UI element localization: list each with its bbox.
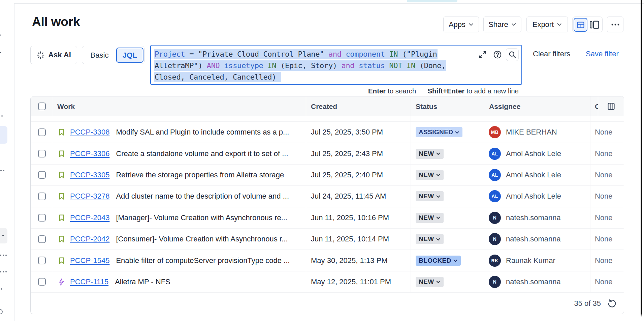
last-column-cell: None [590, 207, 624, 228]
assignee-name: MIKE BERHAN [506, 128, 557, 137]
chevron-right-icon[interactable] [0, 50, 2, 55]
sidebar-item-fragment [0, 271, 1, 272]
status-badge[interactable]: NEW [416, 149, 444, 159]
epic-icon [58, 278, 66, 286]
avatar: N [489, 212, 501, 224]
status-badge[interactable]: BLOCKED [416, 256, 461, 266]
jql-query-input[interactable]: Project = "Private Cloud Control Plane" … [150, 45, 522, 85]
top-divider [0, 3, 644, 4]
table-header-row: Work Created Status Assignee C [31, 96, 624, 116]
last-column-cell: None [590, 186, 624, 207]
created-cell: May 12, 2025, 11:01 PM [306, 271, 411, 292]
work-item-key-link[interactable]: PCCP-3278 [70, 192, 109, 201]
last-column-cell: None [590, 271, 624, 292]
created-cell: Jul 25, 2025, 2:43 PM [306, 143, 411, 164]
more-actions-button[interactable] [607, 17, 623, 32]
sidebar-item-fragment [0, 309, 3, 314]
avatar: AL [489, 169, 501, 181]
help-circle-icon [493, 50, 502, 59]
page-title: All work [32, 15, 80, 29]
sidebar-item-fragment [1, 288, 2, 290]
share-button[interactable]: Share [483, 17, 521, 32]
search-hint: Enter to searchShift+Enter to add a new … [0, 87, 519, 95]
status-badge[interactable]: ASSIGNED [416, 127, 462, 137]
created-cell: Jul 25, 2025, 2:40 PM [306, 165, 411, 185]
column-header-created[interactable]: Created [306, 96, 411, 116]
work-item-key-link[interactable]: PCCP-2042 [70, 235, 109, 243]
search-button[interactable] [506, 48, 519, 61]
configure-columns-button[interactable] [598, 96, 624, 116]
work-item-key-link[interactable]: PCCP-3305 [70, 171, 109, 179]
last-column-cell: None [590, 122, 624, 143]
syntax-help-button[interactable] [491, 48, 504, 61]
ask-ai-button-label: Ask AI [48, 51, 71, 59]
clear-filters-button[interactable]: Clear filters [533, 50, 570, 58]
status-badge[interactable]: NEW [416, 277, 444, 287]
chevron-down-icon [455, 130, 459, 135]
expand-editor-button[interactable] [476, 48, 489, 61]
table-row: PCCP-3305Retrieve the storage properties… [31, 165, 624, 186]
assignee-name: natesh.somanna [506, 235, 561, 243]
row-checkbox[interactable] [38, 193, 46, 200]
row-checkbox[interactable] [38, 128, 46, 136]
column-header-assignee[interactable]: Assignee [484, 96, 590, 116]
chevron-down-icon [436, 151, 441, 156]
work-item-title: [Consumer]- Volume Creation with Asynchr… [116, 235, 288, 243]
jql-mode-button[interactable]: JQL [116, 48, 143, 63]
refresh-icon [607, 299, 616, 308]
last-column-cell: None [590, 229, 624, 250]
table-view-icon [576, 21, 585, 29]
view-mode-toggle [572, 17, 603, 32]
avatar: N [489, 233, 501, 245]
row-checkbox[interactable] [38, 214, 46, 222]
save-filter-button[interactable]: Save filter [586, 50, 619, 58]
status-badge[interactable]: NEW [416, 234, 444, 244]
work-item-title: Add cluster name to the description of v… [116, 192, 289, 201]
row-checkbox[interactable] [38, 171, 46, 179]
work-item-key-link[interactable]: PCCP-1545 [70, 256, 109, 265]
table-row: PCCP-3306Create a standalone volume and … [31, 143, 624, 164]
chevron-right-icon[interactable] [0, 32, 2, 38]
work-item-key-link[interactable]: PCCP-3308 [70, 128, 109, 137]
story-icon [58, 128, 66, 136]
assignee-name: Amol Ashok Lele [506, 171, 561, 179]
ai-sparkle-icon [36, 51, 45, 59]
chevron-down-icon [436, 280, 441, 284]
row-checkbox[interactable] [38, 278, 46, 286]
sidebar-item-hover[interactable] [0, 228, 7, 243]
basic-mode-button[interactable]: Basic [82, 46, 117, 64]
row-checkbox[interactable] [38, 235, 46, 243]
status-badge[interactable]: NEW [416, 213, 444, 223]
apps-button[interactable]: Apps [443, 17, 479, 32]
status-badge[interactable]: NEW [416, 191, 444, 201]
column-header-status[interactable]: Status [411, 96, 484, 116]
table-row: PCCP-2042[Consumer]- Volume Creation wit… [31, 229, 624, 250]
table-body: PCCP-3308Modify SAL and Plugin to includ… [31, 122, 624, 293]
ask-ai-button[interactable]: Ask AI [30, 46, 77, 64]
column-header-work[interactable]: Work [52, 96, 306, 116]
detail-view-button[interactable] [589, 20, 600, 30]
row-checkbox[interactable] [38, 150, 46, 157]
work-item-key-link[interactable]: PCCP-2043 [70, 213, 109, 222]
story-icon [58, 257, 66, 265]
work-item-key-link[interactable]: PCCP-1115 [70, 278, 108, 286]
apps-button-label: Apps [449, 20, 465, 29]
last-column-cell: None [590, 165, 624, 185]
table-view-button[interactable] [574, 18, 587, 32]
status-badge[interactable]: NEW [416, 170, 444, 180]
sidebar-item-fragment [3, 255, 4, 256]
row-checkbox[interactable] [38, 257, 46, 264]
refresh-button[interactable] [607, 299, 616, 308]
last-column-cell: None [590, 250, 624, 271]
detail-view-icon [589, 20, 600, 30]
columns-icon [607, 102, 616, 111]
sidebar-selected-item[interactable] [0, 126, 7, 144]
shift-enter-key-hint: Shift+Enter [427, 87, 464, 95]
select-all-checkbox[interactable] [38, 103, 46, 110]
export-button[interactable]: Export [526, 17, 568, 32]
result-count: 35 of 35 [574, 299, 601, 308]
search-icon [508, 51, 516, 59]
collapsed-sidebar [0, 3, 14, 321]
top-edge-reflection [407, 0, 457, 2]
work-item-key-link[interactable]: PCCP-3306 [70, 149, 109, 158]
